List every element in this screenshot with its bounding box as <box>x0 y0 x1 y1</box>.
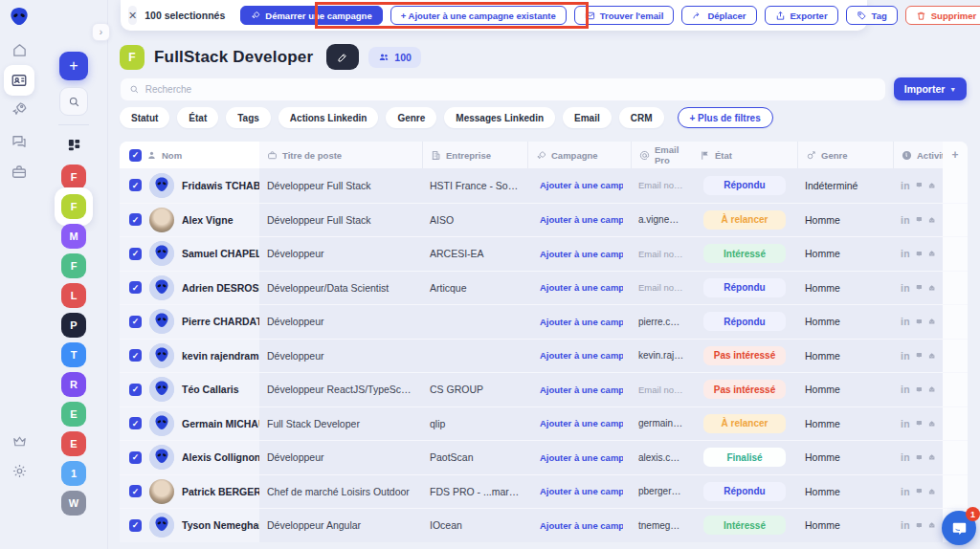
linkedin-icon[interactable]: in <box>901 282 910 294</box>
add-to-campaign-link[interactable]: Ajouter à une campagne <box>535 214 623 225</box>
campaigns-rocket-icon[interactable] <box>8 98 31 121</box>
table-row[interactable]: ✓ Adrien DESROSES Développeur/Data Scien… <box>120 271 968 305</box>
row-checkbox[interactable]: ✓ <box>129 248 142 260</box>
workspace-avatar[interactable]: M <box>61 224 86 249</box>
status-cell[interactable]: Répondu <box>692 176 797 195</box>
status-cell[interactable]: Répondu <box>692 482 797 501</box>
workspace-avatar[interactable]: R <box>61 372 86 397</box>
add-to-campaign-link[interactable]: Ajouter à une campagne <box>535 452 623 463</box>
inbox-mail-icon[interactable] <box>928 350 935 362</box>
linkedin-icon[interactable]: in <box>901 350 910 362</box>
tag-button[interactable]: Tag <box>846 6 898 25</box>
inbox-mail-icon[interactable] <box>928 316 935 327</box>
crown-icon[interactable] <box>8 429 31 452</box>
status-cell[interactable]: Pas intéressé <box>692 380 797 399</box>
add-to-campaign-link[interactable]: Ajouter à une campagne <box>535 384 623 395</box>
table-row[interactable]: ✓ Pierre CHARDAT Développeur Ajouter à u… <box>120 304 968 339</box>
delete-button[interactable]: Supprimer <box>905 6 980 25</box>
message-icon[interactable] <box>916 350 923 361</box>
edit-list-button[interactable] <box>326 44 359 70</box>
start-campaign-button[interactable]: Démarrer une campagne <box>240 6 382 25</box>
linkedin-icon[interactable]: in <box>901 316 910 327</box>
row-checkbox[interactable]: ✓ <box>129 213 142 226</box>
search-lists-button[interactable] <box>59 87 88 116</box>
message-icon[interactable] <box>916 282 923 293</box>
filter-chip[interactable]: Tags <box>226 107 271 128</box>
linkedin-icon[interactable]: in <box>901 384 910 395</box>
message-icon[interactable] <box>916 486 923 496</box>
add-to-campaign-link[interactable]: Ajouter à une campagne <box>535 418 623 428</box>
workspace-avatar[interactable]: F <box>61 194 86 219</box>
linkedin-icon[interactable]: in <box>901 214 910 226</box>
column-header-email[interactable]: Email Pro <box>631 142 692 168</box>
status-cell[interactable]: À relancer <box>692 414 797 433</box>
status-cell[interactable]: À relancer <box>692 210 797 230</box>
workspace-avatar[interactable]: L <box>61 283 86 308</box>
column-header-entreprise[interactable]: Entreprise <box>422 142 527 168</box>
table-row[interactable]: ✓ Patrick BERGER Chef de marché Loisirs … <box>120 474 968 509</box>
more-filters-button[interactable]: + Plus de filtres <box>678 107 773 128</box>
inbox-mail-icon[interactable] <box>928 214 935 226</box>
linkedin-icon[interactable]: in <box>901 519 910 531</box>
status-cell[interactable]: Répondu <box>692 312 797 331</box>
workspace-avatar[interactable]: P <box>61 313 86 338</box>
inbox-mail-icon[interactable] <box>928 248 935 259</box>
status-cell[interactable]: Pas intéressé <box>692 346 797 365</box>
workspace-avatar[interactable]: 1 <box>61 461 86 486</box>
message-icon[interactable] <box>916 249 923 259</box>
column-header-etat[interactable]: État <box>692 142 797 168</box>
status-cell[interactable]: Intéressé <box>692 244 797 263</box>
select-all-checkbox[interactable]: ✓ <box>129 149 142 162</box>
filter-chip[interactable]: CRM <box>619 107 664 128</box>
linkedin-icon[interactable]: in <box>901 418 910 429</box>
search-input[interactable] <box>145 84 877 95</box>
workspace-avatar[interactable]: W <box>61 491 86 516</box>
inbox-mail-icon[interactable] <box>928 180 935 191</box>
filter-chip[interactable]: Statut <box>120 107 169 128</box>
add-to-campaign-link[interactable]: Ajouter à une campagne <box>535 249 623 259</box>
inbox-mail-icon[interactable] <box>928 418 935 429</box>
linkedin-icon[interactable]: in <box>901 486 910 497</box>
add-to-campaign-link[interactable]: Ajouter à une campagne <box>535 180 623 190</box>
filter-chip[interactable]: Genre <box>386 107 436 128</box>
row-checkbox[interactable]: ✓ <box>129 384 142 396</box>
linkedin-icon[interactable]: in <box>901 180 910 191</box>
table-row[interactable]: ✓ Alexis Collignon Développeur PaotScan … <box>120 440 968 474</box>
linkedin-icon[interactable]: in <box>901 451 910 463</box>
inbox-mail-icon[interactable] <box>928 486 935 497</box>
home-icon[interactable] <box>8 38 31 61</box>
status-cell[interactable]: Répondu <box>692 278 797 297</box>
table-row[interactable]: ✓ Samuel CHAPEL Développeur ARCESI-EA Aj… <box>120 236 968 271</box>
row-checkbox[interactable]: ✓ <box>129 519 142 532</box>
all-lists-grid-icon[interactable] <box>59 130 88 159</box>
add-to-campaign-link[interactable]: Ajouter à une campagne <box>535 282 623 293</box>
inbox-mail-icon[interactable] <box>928 451 935 463</box>
table-row[interactable]: ✓ Téo Callaris Développeur ReactJS/TypeS… <box>120 372 968 406</box>
column-header-genre[interactable]: Genre <box>797 142 893 168</box>
table-row[interactable]: ✓ Germain MICHAUD Full Stack Developer q… <box>120 406 968 441</box>
row-checkbox[interactable]: ✓ <box>129 451 142 464</box>
workspace-avatar[interactable]: E <box>61 431 86 456</box>
filter-chip[interactable]: État <box>177 107 218 128</box>
filter-chip[interactable]: Actions Linkedin <box>278 107 379 128</box>
status-cell[interactable]: Intéressé <box>692 516 797 535</box>
inbox-mail-icon[interactable] <box>928 282 935 294</box>
linkedin-icon[interactable]: in <box>901 248 910 259</box>
export-button[interactable]: Exporter <box>765 6 838 25</box>
status-cell[interactable]: Finalisé <box>692 448 797 467</box>
workspace-avatar[interactable]: F <box>61 253 86 278</box>
add-to-campaign-link[interactable]: Ajouter à une campagne <box>535 520 623 531</box>
workspace-avatar[interactable]: E <box>61 402 86 427</box>
row-checkbox[interactable]: ✓ <box>129 316 142 328</box>
workspace-avatar[interactable]: F <box>61 165 86 189</box>
inbox-mail-icon[interactable] <box>928 384 935 395</box>
settings-gear-icon[interactable] <box>8 459 31 482</box>
add-to-campaign-link[interactable]: Ajouter à une campagne <box>535 317 623 327</box>
row-checkbox[interactable]: ✓ <box>129 485 142 497</box>
expand-sidebar-chevron[interactable]: › <box>92 23 110 41</box>
message-icon[interactable] <box>916 520 923 531</box>
column-header-titre[interactable]: Titre de poste <box>259 142 422 168</box>
briefcase-icon[interactable] <box>8 161 31 184</box>
table-row[interactable]: ✓ Tyson Nemeghaire Développeur Angular I… <box>120 508 968 542</box>
message-icon[interactable] <box>916 418 923 428</box>
